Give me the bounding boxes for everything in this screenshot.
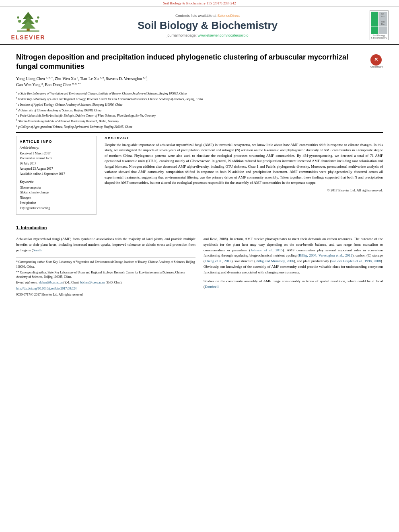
journal-title-area: Contents lists available at ScienceDirec… [56, 10, 359, 41]
rillig2-ref: Rillig and Mummey, 2006 [255, 259, 294, 263]
footnote-star2: ** Corresponding author. State Key Labor… [16, 270, 195, 279]
available-date: Available online 4 September 2017 [20, 172, 93, 177]
cheng-ref: Cheng et al., 2012 [205, 259, 231, 263]
keyword-4: Precipitation [20, 201, 93, 206]
homepage-link[interactable]: www.elsevier.com/locate/soilbio [198, 33, 249, 37]
crossmark-label: CrossMark [370, 66, 383, 69]
article-info-label: ARTICLE INFO [20, 140, 93, 144]
affiliation-f: f f Berlin-Brandenburg Institute of Adva… [16, 118, 383, 123]
sciencedirect-link[interactable]: ScienceDirect [218, 14, 240, 18]
main-content: Nitrogen deposition and precipitation in… [0, 45, 399, 303]
logo-rows: SB&B SoilBio [371, 12, 387, 34]
homepage-prefix: journal homepage: [167, 33, 197, 37]
right-column: ABSTRACT Despite the inarguable importan… [105, 136, 383, 219]
affiliations: a a State Key Laboratory of Vegetation a… [16, 90, 383, 129]
history-label: Article history: [20, 146, 93, 150]
logo-square-gray-3 [378, 27, 387, 34]
section-title: Introduction [21, 225, 47, 230]
elsevier-label: ELSEVIER [11, 34, 45, 41]
logo-square-gray-1: SB&B [378, 12, 387, 19]
intro-right-text: and Read, 2008). In return, AMF receive … [204, 236, 383, 276]
keywords-label: Keywords: [20, 180, 93, 184]
left-column: ARTICLE INFO Article history: Received 1… [16, 136, 97, 219]
author-3: Tian-Le Xu b, d, [80, 76, 105, 81]
accepted-date: Accepted 23 August 2017 [20, 166, 93, 172]
journal-logo-area: SB&B SoilBio Soil Biology& Biochemistry [363, 10, 395, 41]
author-1: Yong-Liang Chen a, b, *, [16, 76, 54, 81]
logo-square-green-2 [371, 19, 378, 27]
journal-citation: Soil Biology & Biochemistry 115 (2017) 2… [163, 1, 236, 5]
received-revised-label: Received in revised form [20, 156, 93, 161]
email-2[interactable]: bdchen@rcees.ac.cn [80, 281, 105, 284]
keyword-2: Global climate change [20, 190, 93, 195]
crossmark-area: ✕ CrossMark [370, 54, 383, 69]
logo-row-3 [371, 27, 387, 34]
intro-body: Arbuscular mycorrhizal fungi (AMF) form … [16, 236, 383, 298]
journal-header: ELSEVIER Contents lists available at Sci… [0, 7, 399, 45]
header-divider [16, 132, 383, 133]
author-5: Gao-Wen Yang g, [16, 82, 44, 87]
svg-marker-4 [21, 21, 36, 29]
logo-text: Soil Biology& Biochemistry [371, 34, 387, 39]
intro-left-text: Arbuscular mycorrhizal fungi (AMF) form … [16, 236, 195, 253]
article-info-box: ARTICLE INFO Article history: Received 1… [16, 136, 97, 215]
svg-point-5 [18, 20, 21, 23]
elsevier-logo-area: ELSEVIER [4, 10, 52, 41]
affiliation-d: d d University of Chinese Academy of Sci… [16, 107, 383, 113]
issn-line: 0038-0717/© 2017 Elsevier Ltd. All right… [16, 292, 195, 297]
intro-left-col: Arbuscular mycorrhizal fungi (AMF) form … [16, 236, 195, 298]
article-info-abstract: ARTICLE INFO Article history: Received 1… [16, 136, 383, 219]
rillig-ref: Rillig, 2004; Veresoglou et al., 2012 [299, 253, 352, 257]
elsevier-logo: ELSEVIER [11, 10, 45, 41]
vanderheijden-ref: van der Heijden et al., 1998, 2008 [331, 259, 381, 263]
journal-title: Soil Biology & Biochemistry [138, 19, 278, 32]
sciencedirect-prefix: Contents lists available at [175, 14, 216, 18]
intro-right-col: and Read, 2008). In return, AMF receive … [204, 236, 383, 298]
affiliation-g: g g College of Agro-grassland Science, N… [16, 123, 383, 129]
johnson-ref: Johnson et al., 2015 [251, 248, 283, 252]
logo-row-1: SB&B [371, 12, 387, 19]
authors-line: Yong-Liang Chen a, b, *, Zhu-Wen Xu c, T… [16, 76, 383, 88]
introduction-section: 1. Introduction Arbuscular mycorrhizal f… [16, 225, 383, 298]
paper-title-area: Nitrogen deposition and precipitation in… [16, 53, 383, 72]
svg-point-6 [17, 16, 19, 19]
journal-bar: Soil Biology & Biochemistry 115 (2017) 2… [0, 0, 399, 7]
affiliation-c: c c Institute of Applied Ecology, Chines… [16, 101, 383, 107]
footnotes: * Corresponding author. State Key Labora… [16, 257, 195, 297]
section-1-header: 1. Introduction [16, 225, 383, 230]
keyword-1: Glomeromycota [20, 185, 93, 191]
paper-title-text: Nitrogen deposition and precipitation in… [16, 53, 366, 72]
received-date: Received 1 March 2017 [20, 151, 93, 156]
svg-point-7 [35, 20, 38, 23]
logo-square-green-3 [371, 27, 378, 34]
affiliation-a: a a State Key Laboratory of Vegetation a… [16, 90, 383, 96]
journal-logo-box: SB&B SoilBio Soil Biology& Biochemistry [370, 10, 389, 40]
abstract-text: Despite the inarguable importance of arb… [105, 142, 383, 186]
footnote-star1: * Corresponding author. State Key Labora… [16, 260, 195, 269]
logo-square-green-1 [371, 12, 378, 19]
author-4: Stavros D. Veresoglou e, f, [106, 76, 147, 81]
keyword-3: Nitrogen [20, 195, 93, 201]
doi-link[interactable]: http://dx.doi.org/10.1016/j.soilbio.2017… [16, 287, 76, 290]
keywords-section: Keywords: Glomeromycota Global climate c… [20, 180, 93, 211]
intro-right-text-2: Studies on the community assembly of AMF… [204, 279, 383, 290]
author-6: Bao-Dong Chen b, d, ** [45, 82, 81, 87]
crossmark-icon: ✕ [370, 54, 382, 66]
email-1[interactable]: ylchen@ibcas.ac.cn [39, 281, 63, 284]
author-2: Zhu-Wen Xu c, [55, 76, 79, 81]
abstract-label: ABSTRACT [105, 136, 383, 140]
received-revised-date: 26 July 2017 [20, 161, 93, 166]
affiliation-e: e e Freie Universität Berlin-Institut fü… [16, 112, 383, 118]
abstract-copyright: © 2017 Elsevier Ltd. All rights reserved… [105, 188, 383, 192]
sciencedirect-line: Contents lists available at ScienceDirec… [175, 14, 240, 18]
logo-row-2: SoilBio [371, 19, 387, 27]
affiliation-b: b b State Key Laboratory of Urban and Re… [16, 96, 383, 101]
smith-ref: Smith [33, 248, 42, 252]
footnote-email: E-mail addresses: ylchen@ibcas.ac.cn (Y.… [16, 280, 195, 285]
elsevier-tree-icon [14, 10, 42, 34]
dumbrell-ref: Dumbrell [205, 285, 219, 289]
doi-line: http://dx.doi.org/10.1016/j.soilbio.2017… [16, 286, 195, 291]
logo-square-gray-2: SoilBio [378, 19, 387, 27]
svg-point-8 [37, 16, 39, 19]
journal-homepage: journal homepage: www.elsevier.com/locat… [167, 33, 248, 37]
